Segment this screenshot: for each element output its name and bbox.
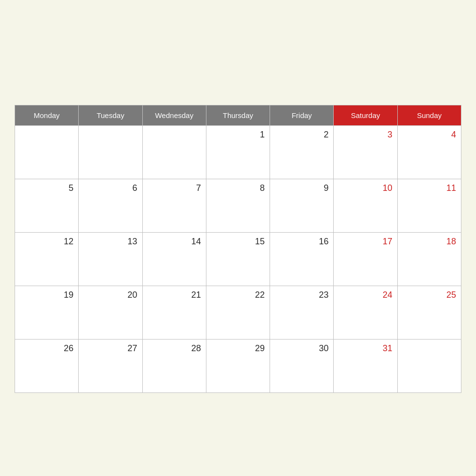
- calendar-cell[interactable]: 16: [270, 233, 334, 286]
- calendar-cell[interactable]: 18: [397, 233, 461, 286]
- day-number: 18: [403, 237, 456, 247]
- calendar-cell[interactable]: 13: [79, 233, 142, 286]
- weekday-header-saturday: Saturday: [334, 105, 397, 126]
- day-number: 17: [339, 237, 392, 247]
- calendar-cell[interactable]: 15: [206, 233, 270, 286]
- day-number: 20: [84, 290, 137, 300]
- day-number: 5: [20, 183, 73, 193]
- calendar-cell[interactable]: 22: [206, 286, 270, 340]
- calendar-cell[interactable]: 31: [334, 340, 397, 393]
- day-number: 29: [211, 343, 265, 354]
- day-number: 19: [20, 290, 73, 300]
- weekday-header-wednesday: Wednesday: [142, 105, 206, 126]
- calendar-week-5: 262728293031: [15, 340, 461, 393]
- calendar-cell[interactable]: [15, 126, 79, 179]
- day-number: 10: [339, 183, 392, 193]
- day-number: 3: [339, 130, 392, 140]
- day-number: 4: [403, 130, 456, 140]
- day-number: 1: [211, 130, 265, 140]
- calendar-cell[interactable]: 28: [142, 340, 206, 393]
- day-number: 16: [275, 237, 328, 247]
- weekday-header-sunday: Sunday: [397, 105, 461, 126]
- calendar-cell[interactable]: 20: [79, 286, 142, 340]
- calendar-cell[interactable]: 17: [334, 233, 397, 286]
- day-number: 24: [339, 290, 392, 300]
- calendar-cell[interactable]: 6: [79, 179, 142, 233]
- day-number: 8: [211, 183, 265, 193]
- calendar-week-3: 12131415161718: [15, 233, 461, 286]
- calendar-cell[interactable]: 9: [270, 179, 334, 233]
- day-number: 27: [84, 343, 137, 354]
- day-number: 15: [211, 237, 265, 247]
- calendar-cell[interactable]: 7: [142, 179, 206, 233]
- day-number: 13: [84, 237, 137, 247]
- calendar-cell[interactable]: 10: [334, 179, 397, 233]
- day-number: 7: [148, 183, 201, 193]
- calendar-cell[interactable]: [142, 126, 206, 179]
- day-number: 14: [148, 237, 201, 247]
- calendar-cell[interactable]: 26: [15, 340, 79, 393]
- day-number: 23: [275, 290, 328, 300]
- calendar-cell[interactable]: 3: [334, 126, 397, 179]
- calendar-week-2: 567891011: [15, 179, 461, 233]
- day-number: 25: [403, 290, 456, 300]
- calendar-cell[interactable]: 25: [397, 286, 461, 340]
- day-number: 26: [20, 343, 73, 354]
- day-number: 6: [84, 183, 137, 193]
- calendar-cell[interactable]: 4: [397, 126, 461, 179]
- day-number: 28: [148, 343, 201, 354]
- calendar-cell[interactable]: [397, 340, 461, 393]
- calendar-cell[interactable]: 27: [79, 340, 142, 393]
- calendar-cell[interactable]: [79, 126, 142, 179]
- calendar-cell[interactable]: 2: [270, 126, 334, 179]
- calendar-cell[interactable]: 11: [397, 179, 461, 233]
- calendar-header: [15, 83, 461, 105]
- calendar-cell[interactable]: 12: [15, 233, 79, 286]
- calendar-cell[interactable]: 24: [334, 286, 397, 340]
- day-number: 22: [211, 290, 265, 300]
- day-number: 30: [275, 343, 328, 354]
- day-number: 2: [275, 130, 328, 140]
- day-number: 31: [339, 343, 392, 354]
- calendar-week-4: 19202122232425: [15, 286, 461, 340]
- calendar-cell[interactable]: 19: [15, 286, 79, 340]
- weekday-header-friday: Friday: [270, 105, 334, 126]
- calendar-cell[interactable]: 21: [142, 286, 206, 340]
- weekday-header-tuesday: Tuesday: [79, 105, 142, 126]
- calendar: MondayTuesdayWednesdayThursdayFridaySatu…: [15, 83, 461, 393]
- calendar-cell[interactable]: 30: [270, 340, 334, 393]
- day-number: 12: [20, 237, 73, 247]
- weekday-header-monday: Monday: [15, 105, 79, 126]
- calendar-week-1: 1234: [15, 126, 461, 179]
- calendar-grid: MondayTuesdayWednesdayThursdayFridaySatu…: [15, 105, 461, 393]
- calendar-body: 1234567891011121314151617181920212223242…: [15, 126, 461, 393]
- calendar-cell[interactable]: 14: [142, 233, 206, 286]
- calendar-cell[interactable]: 29: [206, 340, 270, 393]
- day-number: 21: [148, 290, 201, 300]
- day-number: 9: [275, 183, 328, 193]
- calendar-cell[interactable]: 5: [15, 179, 79, 233]
- calendar-cell[interactable]: 1: [206, 126, 270, 179]
- calendar-cell[interactable]: 23: [270, 286, 334, 340]
- calendar-cell[interactable]: 8: [206, 179, 270, 233]
- weekday-header-thursday: Thursday: [206, 105, 270, 126]
- day-number: 11: [403, 183, 456, 193]
- weekday-header-row: MondayTuesdayWednesdayThursdayFridaySatu…: [15, 105, 461, 126]
